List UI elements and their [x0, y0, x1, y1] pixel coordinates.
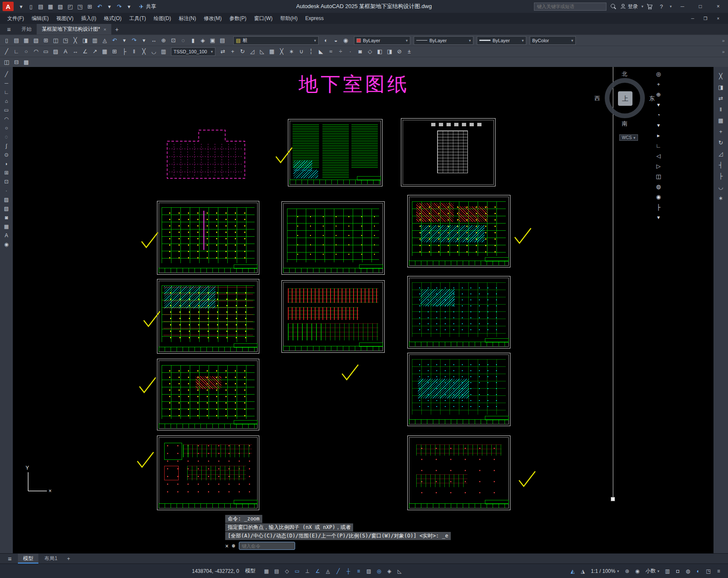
dwg-compare-icon[interactable]: ⊟: [12, 58, 21, 67]
lock-ui-icon[interactable]: ◘: [673, 566, 683, 576]
layer-properties-icon[interactable]: ▤: [218, 36, 227, 45]
copy-clip-icon[interactable]: ◨: [80, 36, 90, 45]
quick-properties-icon[interactable]: ▥: [662, 566, 673, 576]
offset-icon[interactable]: ‖: [129, 47, 139, 56]
table-icon[interactable]: ▦: [1, 222, 12, 231]
explode-icon[interactable]: ∗: [715, 192, 726, 203]
polar-tracking-icon[interactable]: ∠: [313, 566, 323, 576]
linetype-dropdown[interactable]: ByLayer ▾: [414, 36, 473, 45]
menu-item[interactable]: 文件(F): [3, 13, 28, 24]
revision-cloud-icon[interactable]: ◌: [1, 132, 12, 141]
3d-object-snap-icon[interactable]: ◈: [384, 566, 394, 576]
sheet-details-1[interactable]: [157, 436, 259, 510]
annotation-monitor-icon[interactable]: ◉: [632, 566, 642, 576]
sheet-beam-plan-2[interactable]: [157, 359, 259, 430]
undo-dropdown-icon[interactable]: ▾: [104, 2, 114, 11]
point-icon[interactable]: ∙: [1, 186, 12, 195]
open-icon[interactable]: ▤: [36, 2, 46, 11]
properties-icon[interactable]: ▮: [188, 36, 198, 45]
help-icon[interactable]: ?: [656, 2, 666, 11]
spline-icon[interactable]: ∫: [1, 141, 12, 150]
check-mark-annotation[interactable]: [139, 376, 157, 395]
camera-icon[interactable]: ◉: [653, 192, 664, 202]
plotstyle-dropdown[interactable]: ByColor ▾: [530, 36, 576, 45]
region-icon[interactable]: ◙: [1, 213, 12, 222]
object-snap-icon[interactable]: ┼: [343, 566, 354, 576]
model-space-button[interactable]: 模型: [241, 567, 260, 575]
save-to-web-icon[interactable]: ◳: [75, 2, 85, 11]
fillet-icon[interactable]: ◡: [149, 47, 159, 56]
redo-dropdown-icon[interactable]: ▾: [139, 36, 149, 45]
open-icon[interactable]: ▤: [12, 36, 21, 45]
nav-wheel-icon[interactable]: ◎: [653, 69, 664, 79]
check-mark-annotation[interactable]: [143, 310, 162, 329]
pan-icon[interactable]: +: [653, 79, 664, 89]
trim-icon[interactable]: ┤: [715, 159, 726, 170]
gradient-icon[interactable]: ▧: [1, 204, 12, 213]
polyline-icon[interactable]: ∟: [12, 47, 21, 56]
check-mark-annotation[interactable]: [136, 451, 155, 470]
zoom-extents-icon[interactable]: ⊕: [653, 89, 664, 99]
autocad-logo[interactable]: A: [3, 2, 14, 11]
layer-control-icon[interactable]: ▥: [159, 47, 168, 56]
mirror-icon[interactable]: ⇄: [715, 93, 726, 104]
tab-model[interactable]: 模型: [18, 554, 38, 563]
group-icon[interactable]: ◧: [375, 47, 385, 56]
rectangle-icon[interactable]: ▭: [1, 105, 12, 114]
measure-icon[interactable]: ├: [119, 47, 129, 56]
save-icon[interactable]: ▦: [21, 36, 31, 45]
layer-lock-icon[interactable]: ◉: [341, 36, 351, 45]
scale-icon[interactable]: ◿: [247, 47, 257, 56]
grid-icon[interactable]: ▦: [261, 566, 272, 576]
clean-screen-icon[interactable]: ◳: [703, 566, 713, 576]
open-from-web-icon[interactable]: ◰: [65, 2, 75, 11]
check-mark-annotation[interactable]: [341, 363, 360, 382]
polyline-icon[interactable]: ∟: [1, 87, 12, 96]
search-input[interactable]: [534, 3, 606, 11]
layer-freeze-icon[interactable]: ◒: [331, 36, 341, 45]
check-mark-annotation[interactable]: [514, 227, 533, 246]
save-as-icon[interactable]: ▧: [55, 2, 65, 11]
sheet-slab-plan-3[interactable]: [407, 353, 510, 426]
angular-dimension-icon[interactable]: ∠: [80, 47, 90, 56]
units-dropdown[interactable]: 小数 ▾: [642, 567, 662, 575]
table-icon[interactable]: ▦: [100, 47, 110, 56]
boundary-icon[interactable]: ◇: [365, 47, 375, 56]
tab-close-icon[interactable]: ×: [104, 27, 106, 32]
line-grip-handle[interactable]: [611, 497, 615, 501]
isolate-objects-icon[interactable]: ◍: [683, 566, 693, 576]
dynamic-input-icon[interactable]: ▭: [292, 566, 302, 576]
view-forward-icon[interactable]: ▷: [653, 161, 664, 171]
menu-item[interactable]: 标注(N): [175, 13, 200, 24]
rectangle-icon[interactable]: ▭: [41, 47, 51, 56]
doc-restore-button[interactable]: ❐: [699, 14, 712, 23]
menu-item[interactable]: 插入(I): [77, 13, 100, 24]
compass-north-label[interactable]: 北: [622, 70, 627, 78]
sheet-pile-plan[interactable]: [157, 201, 259, 275]
redo-dropdown-icon[interactable]: ▾: [124, 2, 134, 11]
menu-item[interactable]: 帮助(H): [276, 13, 302, 24]
plot-icon[interactable]: ⊞: [41, 36, 51, 45]
menu-item[interactable]: 修改(M): [200, 13, 226, 24]
chamfer-icon[interactable]: ◣: [316, 47, 326, 56]
compass-west-label[interactable]: 西: [595, 95, 600, 102]
doc-minimize-button[interactable]: ─: [686, 14, 699, 23]
zoom-realtime-icon[interactable]: ⊕: [159, 36, 168, 45]
search-icon[interactable]: [610, 3, 617, 10]
designcenter-icon[interactable]: ◈: [198, 36, 208, 45]
plot-icon[interactable]: ⊞: [85, 2, 95, 11]
toolbar-overflow-icon[interactable]: »: [722, 38, 726, 43]
leader-icon[interactable]: ↗: [90, 47, 100, 56]
command-input[interactable]: [239, 542, 295, 550]
rotate-icon[interactable]: ↻: [238, 47, 247, 56]
new-layout-button[interactable]: +: [64, 556, 74, 562]
tab-active-drawing[interactable]: 某框架地下室结构设计图* ×: [37, 24, 111, 35]
circle-icon[interactable]: ○: [1, 123, 12, 132]
tool-palettes-icon[interactable]: ▣: [208, 36, 218, 45]
new-icon[interactable]: ▯: [2, 36, 12, 45]
cut-icon[interactable]: ╳: [70, 36, 80, 45]
sheet-foundation-plan[interactable]: [281, 201, 385, 275]
compass-south-label[interactable]: 南: [622, 120, 627, 128]
hatch-icon[interactable]: ▨: [51, 47, 61, 56]
redo-icon[interactable]: ↷: [129, 36, 139, 45]
